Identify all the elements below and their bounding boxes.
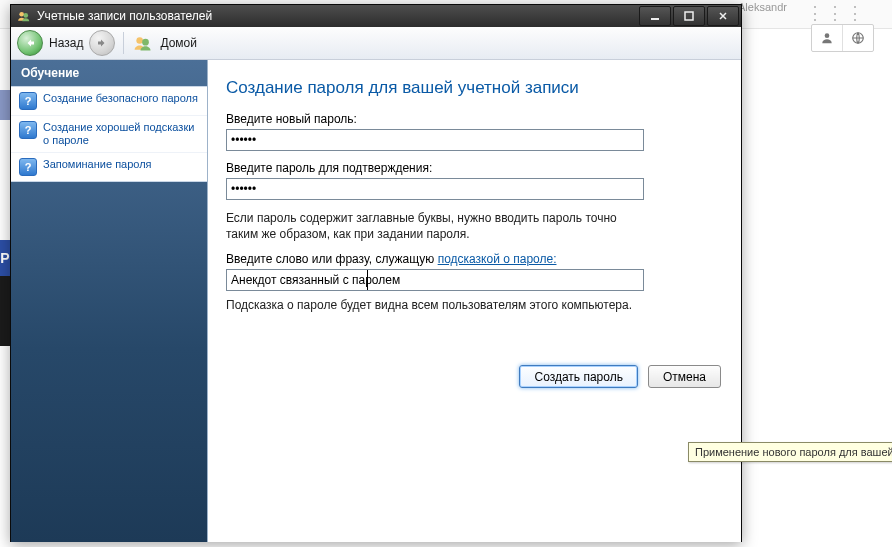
password-hint-input[interactable] <box>226 269 644 291</box>
toolbar-separator <box>123 32 124 54</box>
sidebar-item-safe-password[interactable]: ? Создание безопасного пароля <box>11 87 207 116</box>
minimize-button[interactable] <box>639 6 671 26</box>
cancel-button[interactable]: Отмена <box>648 365 721 388</box>
confirm-password-label: Введите пароль для подтверждения: <box>226 161 721 175</box>
home-label[interactable]: Домой <box>160 36 197 50</box>
window-title: Учетные записи пользователей <box>37 9 212 23</box>
back-button[interactable] <box>17 30 43 56</box>
page-left-strip: P <box>0 90 10 530</box>
svg-point-6 <box>137 37 144 44</box>
users-home-icon[interactable] <box>132 32 154 54</box>
svg-point-2 <box>19 12 24 17</box>
caps-note: Если пароль содержит заглавные буквы, ну… <box>226 210 646 242</box>
svg-point-7 <box>143 39 150 46</box>
hint-visibility-note: Подсказка о пароле будет видна всем поль… <box>226 297 646 313</box>
help-icon: ? <box>19 158 37 176</box>
sidebar-heading: Обучение <box>11 60 207 84</box>
sidebar-item-label: Создание безопасного пароля <box>43 92 198 105</box>
page-title: Создание пароля для вашей учетной записи <box>226 78 721 98</box>
svg-rect-5 <box>685 12 693 20</box>
new-password-label: Введите новый пароль: <box>226 112 721 126</box>
bg-username: Aleksandr <box>738 0 787 14</box>
hint-link[interactable]: подсказкой о пароле: <box>438 252 557 266</box>
svg-point-0 <box>825 33 830 38</box>
back-label: Назад <box>49 36 83 50</box>
app-icon <box>17 9 31 23</box>
person-icon[interactable] <box>812 25 842 51</box>
sidebar: Обучение ? Создание безопасного пароля ?… <box>11 60 208 542</box>
tooltip: Применение нового пароля для вашей учетн… <box>688 442 892 462</box>
sidebar-item-label: Создание хорошей подсказки о пароле <box>43 121 199 147</box>
user-accounts-window: Учетные записи пользователей Назад Домой <box>10 4 742 542</box>
content-pane: Создание пароля для вашей учетной записи… <box>208 60 741 542</box>
nav-toolbar: Назад Домой <box>11 27 741 60</box>
maximize-button[interactable] <box>673 6 705 26</box>
svg-point-3 <box>23 13 28 18</box>
sidebar-item-label: Запоминание пароля <box>43 158 152 171</box>
confirm-password-input[interactable] <box>226 178 644 200</box>
new-password-input[interactable] <box>226 129 644 151</box>
hint-label: Введите слово или фразу, служащую подска… <box>226 252 721 266</box>
help-icon: ? <box>19 92 37 110</box>
forward-button[interactable] <box>89 30 115 56</box>
sidebar-item-good-hint[interactable]: ? Создание хорошей подсказки о пароле <box>11 116 207 153</box>
window-titlebar[interactable]: Учетные записи пользователей <box>11 5 741 27</box>
help-icon: ? <box>19 121 37 139</box>
grid-apps-icon[interactable]: ⋮⋮⋮ <box>806 2 866 24</box>
close-button[interactable] <box>707 6 739 26</box>
create-password-button[interactable]: Создать пароль <box>519 365 637 388</box>
sidebar-item-remember-password[interactable]: ? Запоминание пароля <box>11 153 207 181</box>
globe-icon[interactable] <box>842 25 873 51</box>
svg-rect-4 <box>651 18 659 20</box>
bg-toolbar-chip <box>811 24 874 52</box>
